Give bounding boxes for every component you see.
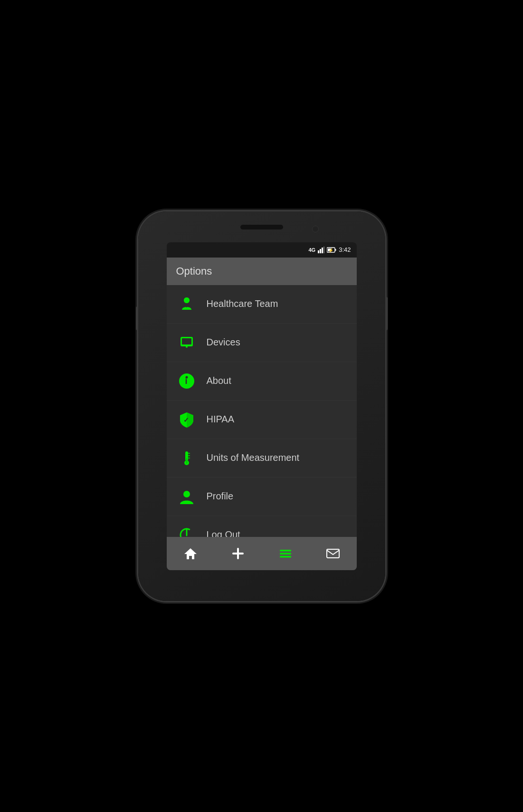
svg-text:✓: ✓: [183, 416, 189, 424]
time-display: 3:42: [339, 246, 351, 253]
svg-rect-33: [280, 556, 291, 558]
thermometer-icon: [176, 448, 197, 468]
hamburger-icon: [278, 546, 293, 561]
svg-rect-1: [320, 249, 321, 253]
nav-home-button[interactable]: [176, 542, 205, 565]
devices-label: Devices: [207, 337, 240, 348]
svg-rect-5: [335, 249, 336, 251]
svg-rect-3: [323, 247, 324, 253]
nav-messages-button[interactable]: [319, 542, 347, 565]
side-button-right: [385, 297, 388, 330]
battery-icon: ⚡: [327, 247, 336, 253]
menu-item-devices[interactable]: Devices: [167, 324, 357, 362]
mail-icon: [326, 546, 340, 561]
camera: [312, 226, 319, 232]
side-button-left: [136, 306, 138, 330]
about-label: About: [207, 375, 231, 386]
profile-icon: [176, 486, 197, 507]
menu-item-hipaa[interactable]: ✓ HIPAA: [167, 401, 357, 439]
svg-rect-11: [186, 305, 187, 307]
options-header: Options: [167, 258, 357, 285]
signal-bars-icon: [318, 247, 324, 253]
svg-text:⚡: ⚡: [328, 248, 334, 253]
menu-item-log-out[interactable]: Log Out: [167, 516, 357, 537]
svg-rect-31: [280, 550, 291, 552]
healthcare-team-label: Healthcare Team: [207, 298, 278, 309]
logout-icon: [176, 525, 197, 537]
profile-label: Profile: [207, 491, 234, 502]
status-bar: 4G ⚡ 3:42: [167, 242, 357, 258]
svg-rect-24: [186, 458, 187, 464]
healthcare-team-icon: [176, 294, 197, 315]
svg-point-14: [186, 346, 188, 348]
speaker: [240, 225, 283, 229]
phone-frame: 4G ⚡ 3:42 O: [138, 211, 385, 601]
devices-icon: [176, 332, 197, 353]
hipaa-label: HIPAA: [207, 414, 235, 425]
log-out-label: Log Out: [207, 529, 240, 537]
svg-rect-32: [280, 553, 291, 554]
menu-item-units-of-measurement[interactable]: Units of Measurement: [167, 439, 357, 478]
plus-icon: [231, 546, 245, 561]
options-title: Options: [176, 265, 212, 277]
menu-item-profile[interactable]: Profile: [167, 478, 357, 516]
hipaa-icon: ✓: [176, 409, 197, 430]
menu-area: Healthcare Team Devices: [167, 285, 357, 537]
home-icon: [183, 546, 198, 561]
svg-marker-28: [184, 548, 197, 559]
menu-item-healthcare-team[interactable]: Healthcare Team: [167, 285, 357, 324]
nav-add-button[interactable]: [224, 542, 252, 565]
signal-4g-label: 4G: [309, 247, 316, 253]
svg-rect-2: [322, 248, 323, 253]
units-of-measurement-label: Units of Measurement: [207, 452, 300, 463]
svg-point-17: [185, 376, 188, 378]
svg-rect-30: [232, 553, 244, 554]
nav-menu-button[interactable]: [271, 542, 300, 565]
bottom-nav: [167, 537, 357, 570]
about-icon: i: [176, 371, 197, 392]
svg-rect-0: [318, 250, 319, 253]
phone-screen: 4G ⚡ 3:42 O: [167, 242, 357, 570]
svg-point-9: [184, 297, 190, 303]
svg-rect-13: [182, 338, 191, 344]
svg-rect-34: [327, 549, 339, 558]
menu-item-about[interactable]: i About: [167, 362, 357, 401]
svg-point-25: [183, 491, 190, 497]
